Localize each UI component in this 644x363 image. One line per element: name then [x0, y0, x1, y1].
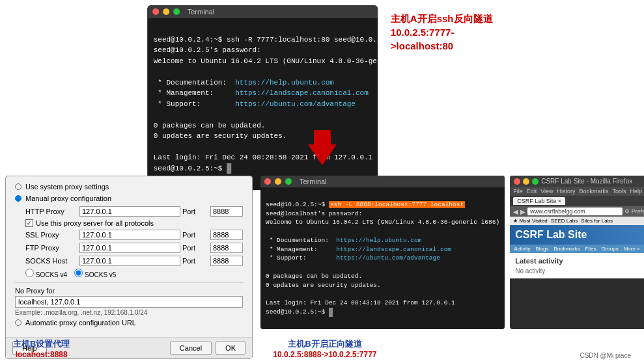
browser-close[interactable]	[514, 178, 520, 185]
bt-title: Terminal	[300, 178, 327, 185]
bookmarks-bar: ★ Most Visited SEED Labs Sites for Labs	[510, 217, 644, 225]
terminal-line-7: * Support: https://ubuntu.com/advantage	[154, 100, 356, 108]
csrf-body: Latest activity No activity	[510, 253, 644, 278]
terminal-line-3: Welcome to Ubuntu 16.04.2 LTS (GNU/Linux…	[154, 57, 378, 65]
http-proxy-input[interactable]	[79, 206, 180, 217]
caption-left: 主机B设置代理 locahost:8888	[13, 338, 70, 359]
ftp-port-input[interactable]	[210, 243, 243, 253]
proxy-ftp-row: FTP Proxy Port	[25, 243, 243, 253]
http-proxy-label: HTTP Proxy	[25, 208, 77, 215]
bt-close[interactable]	[264, 178, 271, 185]
terminal-line-6: * Management: https://landscape.canonica…	[154, 89, 369, 97]
nav-activity[interactable]: Activity	[514, 246, 530, 252]
socks-port-input[interactable]	[210, 256, 243, 266]
bt-line13: seed@10.0.2.5:~$	[266, 308, 333, 316]
terminal-line-12: Last login: Fri Dec 24 08:28:58 2021 fro…	[154, 154, 373, 161]
bt-line3: Welcome to Ubuntu 16.04.2 LTS (GNU/Linux…	[266, 219, 499, 226]
menu-view[interactable]: View	[540, 188, 553, 195]
terminal-line-4	[154, 68, 158, 75]
use-proxy-checkbox[interactable]: ✓	[25, 219, 33, 227]
preferences-button[interactable]: ⚙ Preferences	[624, 208, 644, 215]
nav-blogs[interactable]: Blogs	[536, 246, 549, 252]
browser-url-bar-area: ◀ ▶ www.csrflabelgg.com ⚙ Preferences	[510, 206, 644, 217]
ssl-input[interactable]	[79, 230, 180, 240]
radio-system[interactable]	[15, 183, 21, 190]
socks-port-label: Port	[182, 257, 208, 265]
nav-bookmarks[interactable]: Bookmarks	[554, 246, 580, 252]
bt-line8	[266, 263, 270, 271]
tab-active[interactable]: CSRF Lab Site ×	[513, 197, 565, 205]
proxy-dialog: Use system proxy settings Manual proxy c…	[5, 176, 253, 359]
auto-proxy-label: Automatic proxy configuration URL	[25, 319, 136, 327]
caption-right-subtitle: 10.0.2.5:8888->10.0.2.5:7777	[273, 350, 376, 359]
latest-activity-title: Latest activity	[515, 257, 644, 265]
menu-file[interactable]: File	[513, 188, 523, 195]
menu-bookmarks[interactable]: Bookmarks	[580, 188, 609, 195]
use-proxy-label: Use this proxy server for all protocols	[36, 219, 154, 227]
socks-input[interactable]	[79, 256, 180, 266]
annotation-line1: 主机A开启ssh反向隧道	[391, 12, 497, 25]
nav-files[interactable]: Files	[585, 246, 596, 252]
terminal-line-8	[154, 111, 158, 118]
down-arrow	[308, 130, 337, 165]
minimize-dot[interactable]	[163, 8, 169, 15]
radio-manual[interactable]	[15, 195, 21, 202]
proxy-option-manual[interactable]: Manual proxy configuration	[15, 195, 243, 202]
menu-tools[interactable]: Tools	[613, 188, 626, 195]
no-proxy-input[interactable]	[15, 296, 243, 308]
socks-v5-radio[interactable]: SOCKS v5	[74, 271, 116, 278]
back-button[interactable]: ◀	[513, 208, 518, 215]
socks-label: SOCKS Host	[25, 257, 77, 265]
ftp-input[interactable]	[79, 243, 180, 253]
proxy-option-system[interactable]: Use system proxy settings	[15, 183, 243, 191]
forward-button[interactable]: ▶	[520, 208, 525, 215]
socks-v4-radio[interactable]: SOCKS v4	[25, 271, 67, 278]
nav-more[interactable]: More »	[624, 246, 640, 252]
caption-left-subtitle: locahost:8888	[13, 350, 70, 359]
browser-title: CSRF Lab Site - Mozilla Firefox	[541, 178, 632, 185]
example-text: Example: .mozilla.org, .net.nz, 192.168.…	[15, 309, 243, 316]
bookmark-sites[interactable]: Sites for Labs	[581, 218, 613, 224]
proxy-system-label: Use system proxy settings	[25, 183, 109, 191]
maximize-dot[interactable]	[173, 8, 180, 15]
http-port-label: Port	[182, 208, 208, 215]
browser-menu-bar: File Edit View History Bookmarks Tools H…	[510, 187, 644, 196]
terminal-title: Terminal	[188, 8, 215, 16]
csdn-credit: CSDN @Mi piace	[580, 352, 631, 359]
bottom-right: Terminal seed@10.0.2.5:~$ ssh -L 8888:lo…	[260, 176, 644, 329]
terminal-line-9: 0 packages can be updated.	[154, 122, 266, 129]
tab-label: CSRF Lab Site ×	[517, 198, 561, 204]
radio-auto[interactable]	[15, 319, 21, 326]
bt-min[interactable]	[275, 178, 281, 185]
top-annotation: 主机A开启ssh反向隧道 10.0.2.5:7777->localhost:80	[391, 5, 497, 59]
browser-titlebar: CSRF Lab Site - Mozilla Firefox	[510, 176, 644, 187]
auto-proxy-row[interactable]: Automatic proxy configuration URL	[15, 319, 243, 327]
terminal-line-13: seed@10.0.2.5:~$	[154, 165, 231, 172]
browser-tabs: CSRF Lab Site ×	[510, 196, 644, 206]
menu-edit[interactable]: Edit	[527, 188, 537, 195]
divider	[15, 282, 243, 283]
proxy-http-row: HTTP Proxy Port	[25, 206, 243, 217]
ssl-port-input[interactable]	[210, 230, 243, 240]
bookmark-seed-labs[interactable]: SEED Labs	[551, 218, 578, 224]
http-port-input[interactable]	[210, 206, 243, 217]
bt-max[interactable]	[285, 178, 292, 185]
terminal-line-2: seed@10.0.2.5's password:	[154, 46, 266, 54]
url-input[interactable]: www.csrflabelgg.com	[527, 208, 623, 215]
browser-max[interactable]	[532, 178, 539, 185]
browser-min[interactable]	[523, 178, 529, 185]
bottom-terminal-body: seed@10.0.2.5:~$ ssh -L 8888:localhost:7…	[260, 187, 505, 329]
socks-options-row: SOCKS v4 SOCKS v5	[25, 269, 243, 278]
top-terminal-window: Terminal seed@10.0.2.4:~$ ssh -R 7777:lo…	[147, 5, 378, 190]
proxy-checkbox-row: ✓ Use this proxy server for all protocol…	[25, 219, 243, 227]
bt-line11	[266, 290, 270, 297]
proxy-manual-label: Manual proxy configuration	[25, 195, 111, 202]
ftp-label: FTP Proxy	[25, 244, 77, 252]
menu-history[interactable]: History	[557, 188, 576, 195]
csrf-site-title: CSRF Lab Site	[515, 229, 644, 241]
bookmark-most-visited[interactable]: ★ Most Visited	[513, 218, 548, 224]
menu-help[interactable]: Help	[630, 188, 643, 195]
nav-groups[interactable]: Groups	[601, 246, 618, 252]
bottom-terminal: Terminal seed@10.0.2.5:~$ ssh -L 8888:lo…	[260, 176, 505, 329]
close-dot[interactable]	[152, 8, 159, 15]
